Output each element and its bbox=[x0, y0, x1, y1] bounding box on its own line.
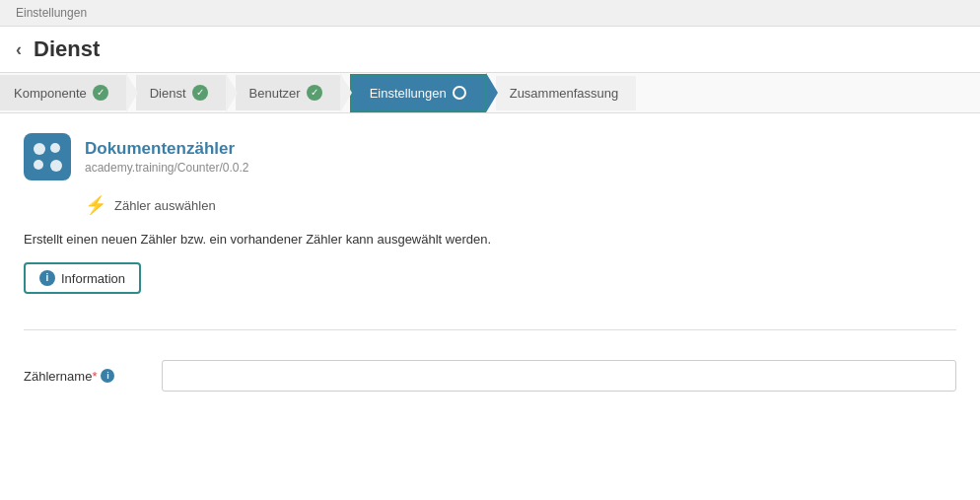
info-icon: i bbox=[39, 270, 55, 286]
dot-1 bbox=[34, 143, 45, 155]
step-check-dienst: ✓ bbox=[192, 85, 208, 101]
service-name: Dokumentenzähler bbox=[85, 139, 249, 159]
wizard-steps: Komponente ✓ Dienst ✓ Benutzer ✓ Einstel… bbox=[0, 73, 980, 113]
dot-4 bbox=[50, 160, 62, 172]
info-button-label: Information bbox=[61, 271, 125, 286]
page-title: Dienst bbox=[34, 36, 100, 62]
information-button[interactable]: i Information bbox=[24, 262, 141, 294]
step-check-benutzer: ✓ bbox=[307, 85, 322, 101]
section-divider bbox=[24, 329, 956, 330]
service-path: academy.training/Counter/0.0.2 bbox=[85, 161, 249, 175]
step-arrow-3 bbox=[340, 73, 352, 112]
step-zusammenfassung[interactable]: Zusammenfassung bbox=[496, 76, 637, 110]
back-button[interactable]: ‹ bbox=[16, 39, 22, 60]
step-circle-einstellungen bbox=[453, 86, 466, 100]
form-row-counter-name: Zählername * i bbox=[24, 350, 956, 401]
required-star: * bbox=[92, 369, 97, 384]
service-icon-dots bbox=[28, 137, 68, 178]
service-header: Dokumentenzähler academy.training/Counte… bbox=[24, 133, 956, 180]
page-wrapper: Einstellungen ‹ Dienst Komponente ✓ Dien… bbox=[0, 0, 980, 500]
dot-2 bbox=[50, 143, 60, 153]
step-dienst[interactable]: Dienst ✓ bbox=[136, 75, 226, 110]
action-label: Zähler auswählen bbox=[114, 198, 216, 213]
dot-3 bbox=[34, 160, 43, 170]
step-check-komponente: ✓ bbox=[93, 85, 108, 101]
service-icon-box bbox=[24, 133, 71, 180]
description-text: Erstellt einen neuen Zähler bzw. ein vor… bbox=[24, 232, 956, 247]
action-row: ⚡ Zähler auswählen bbox=[85, 194, 956, 216]
counter-name-label: Zählername * i bbox=[24, 369, 162, 384]
step-benutzer[interactable]: Benutzer ✓ bbox=[236, 75, 340, 110]
step-arrow-1 bbox=[126, 73, 138, 112]
step-arrow-4 bbox=[486, 73, 498, 112]
label-info-icon[interactable]: i bbox=[101, 369, 114, 383]
breadcrumb: Einstellungen bbox=[0, 0, 980, 27]
bolt-icon: ⚡ bbox=[85, 194, 106, 216]
step-komponente[interactable]: Komponente ✓ bbox=[0, 75, 126, 110]
step-arrow-2 bbox=[226, 73, 238, 112]
service-info: Dokumentenzähler academy.training/Counte… bbox=[85, 139, 249, 175]
main-content: Dokumentenzähler academy.training/Counte… bbox=[0, 113, 980, 421]
step-einstellungen[interactable]: Einstellungen bbox=[350, 74, 486, 112]
header: ‹ Dienst bbox=[0, 27, 980, 73]
counter-name-input[interactable] bbox=[162, 360, 956, 392]
